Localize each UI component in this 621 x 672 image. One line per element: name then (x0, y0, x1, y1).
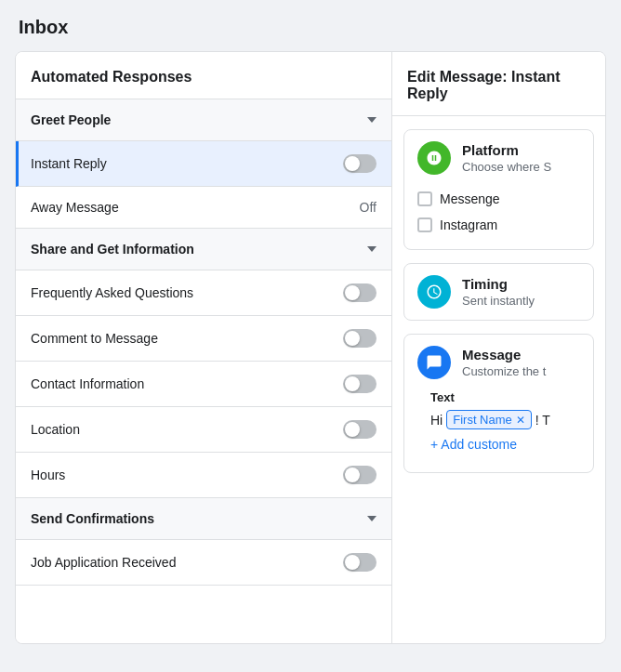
right-panel-header: Edit Message: Instant Reply (392, 52, 605, 116)
instagram-checkbox[interactable] (417, 217, 432, 232)
chip-label: First Name (453, 413, 512, 427)
menu-item-label-contact: Contact Information (31, 376, 144, 391)
menu-item-label-away-message: Away Message (31, 200, 119, 215)
message-icon (417, 346, 451, 379)
menu-item-contact-info[interactable]: Contact Information (16, 362, 391, 407)
platform-card-subtitle: Choose where S (462, 160, 551, 174)
platform-card: Platform Choose where S Messenge Instagr… (403, 129, 594, 250)
menu-item-label-instant-reply: Instant Reply (31, 156, 107, 171)
toggle-instant-reply[interactable] (343, 154, 377, 173)
text-label: Text (417, 390, 580, 404)
platform-card-title: Platform (462, 142, 551, 158)
toggle-location[interactable] (343, 420, 377, 439)
section-label-confirmations: Send Confirmations (31, 511, 154, 526)
text-suffix: ! T (535, 413, 550, 428)
messenger-checkbox[interactable] (417, 191, 432, 206)
messenger-checkbox-row[interactable]: Messenge (417, 186, 580, 212)
section-label-greet-people: Greet People (31, 112, 111, 127)
timing-icon (417, 275, 451, 309)
timing-card: Timing Sent instantly (403, 263, 594, 321)
menu-item-instant-reply[interactable]: Instant Reply (16, 141, 391, 187)
page-title: Inbox (19, 17, 68, 37)
message-card-subtitle: Customize the t (462, 364, 546, 378)
instagram-checkbox-row[interactable]: Instagram (417, 212, 580, 238)
menu-item-label-comment: Comment to Message (31, 331, 158, 346)
right-panel-title: Edit Message: Instant Reply (407, 69, 560, 101)
chevron-down-icon-3 (367, 516, 377, 521)
left-panel: Automated Responses Greet People Instant… (16, 52, 392, 643)
first-name-chip[interactable]: First Name ✕ (446, 410, 532, 429)
toggle-job-application[interactable] (343, 553, 377, 572)
add-customize-link[interactable]: + Add custome (417, 437, 580, 461)
toggle-hours[interactable] (343, 466, 377, 484)
away-message-status: Off (360, 200, 377, 215)
menu-item-label-faq: Frequently Asked Questions (31, 285, 193, 300)
section-header-greet-people[interactable]: Greet People (16, 99, 391, 141)
timing-card-subtitle: Sent instantly (462, 294, 535, 308)
left-panel-title: Automated Responses (31, 69, 192, 85)
timing-card-title: Timing (462, 276, 535, 292)
message-card: Message Customize the t Text Hi First Na… (403, 334, 594, 473)
menu-item-location[interactable]: Location (16, 407, 391, 453)
section-label-share-info: Share and Get Information (31, 242, 194, 257)
instagram-label: Instagram (440, 217, 497, 232)
menu-item-label-job: Job Application Received (31, 555, 176, 570)
section-header-share-info[interactable]: Share and Get Information (16, 229, 391, 270)
menu-item-hours[interactable]: Hours (16, 453, 391, 498)
toggle-comment[interactable] (343, 329, 377, 348)
menu-item-comment-to-message[interactable]: Comment to Message (16, 316, 391, 362)
menu-item-faq[interactable]: Frequently Asked Questions (16, 270, 391, 316)
chevron-down-icon (367, 117, 377, 123)
right-panel: Edit Message: Instant Reply Platform Cho… (392, 52, 605, 643)
toggle-faq[interactable] (343, 283, 377, 302)
page-header: Inbox (0, 0, 621, 51)
menu-item-label-hours: Hours (31, 468, 65, 482)
chevron-down-icon-2 (367, 246, 377, 252)
menu-item-away-message[interactable]: Away Message Off (16, 187, 391, 229)
left-panel-header: Automated Responses (16, 52, 391, 99)
section-header-send-confirmations[interactable]: Send Confirmations (16, 498, 391, 540)
menu-item-label-location: Location (31, 422, 80, 437)
messenger-label: Messenge (440, 191, 500, 206)
chip-close-icon[interactable]: ✕ (516, 414, 525, 427)
text-prefix: Hi (430, 413, 443, 428)
message-card-title: Message (462, 347, 546, 362)
menu-item-job-application[interactable]: Job Application Received (16, 540, 391, 586)
platform-icon (417, 141, 451, 175)
toggle-contact[interactable] (343, 375, 377, 393)
main-container: Automated Responses Greet People Instant… (15, 51, 606, 644)
